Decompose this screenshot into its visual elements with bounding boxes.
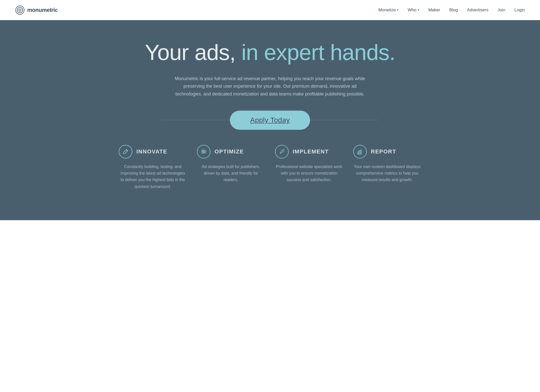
nav-item-monetize[interactable]: Monetize ▾ — [378, 8, 399, 13]
feature-implement: IMPLEMENT Professional website specialis… — [275, 145, 343, 190]
main-nav: Monetize ▾ Who ▾ Maker Blog Advertisers … — [378, 8, 525, 13]
feature-optimize-title: OPTIMIZE — [215, 148, 244, 155]
site-header: monumetric Monetize ▾ Who ▾ Maker Blog A… — [0, 0, 540, 20]
feature-innovate: INNOVATE Constantly building, testing, a… — [119, 145, 187, 190]
svg-point-3 — [20, 10, 20, 10]
innovate-icon — [119, 145, 132, 158]
svg-rect-12 — [359, 151, 360, 154]
svg-point-8 — [204, 151, 205, 152]
svg-rect-11 — [357, 153, 358, 154]
feature-report: REPORT Your own custom dashboard display… — [353, 145, 421, 190]
hero-section: Your ads, in expert hands. Monumetric is… — [0, 20, 540, 220]
report-icon — [353, 145, 367, 158]
nav-item-who[interactable]: Who ▾ — [408, 8, 419, 13]
feature-report-desc: Your own custom dashboard displays compr… — [353, 164, 421, 183]
nav-item-blog[interactable]: Blog — [449, 8, 458, 13]
who-dropdown-arrow: ▾ — [418, 8, 419, 12]
nav-item-join[interactable]: Join — [497, 8, 505, 13]
feature-optimize: OPTIMIZE Ad strategies built for publish… — [197, 145, 265, 190]
apply-today-button[interactable]: Apply Today — [230, 111, 310, 130]
svg-point-7 — [202, 150, 203, 151]
feature-implement-desc: Professional website specialists work wi… — [275, 164, 343, 183]
hero-subtitle: Monumetric is your full-service ad reven… — [172, 75, 368, 98]
feature-optimize-header: OPTIMIZE — [197, 145, 265, 158]
feature-report-title: REPORT — [371, 148, 396, 155]
monetize-dropdown-arrow: ▾ — [397, 8, 399, 12]
hero-line-left — [162, 120, 230, 120]
logo-text: monumetric — [27, 7, 58, 13]
features-grid: INNOVATE Constantly building, testing, a… — [109, 145, 431, 205]
implement-icon — [275, 145, 289, 158]
svg-point-10 — [280, 152, 281, 153]
logo-icon — [15, 5, 25, 15]
feature-implement-header: IMPLEMENT — [275, 145, 343, 158]
feature-innovate-header: INNOVATE — [119, 145, 187, 158]
nav-item-login[interactable]: Login — [514, 8, 525, 13]
feature-innovate-title: INNOVATE — [136, 148, 167, 155]
hero-content: Your ads, in expert hands. Monumetric is… — [0, 20, 540, 220]
hero-title: Your ads, in expert hands. — [145, 40, 395, 65]
nav-item-advertisers[interactable]: Advertisers — [467, 8, 488, 13]
logo[interactable]: monumetric — [15, 5, 58, 15]
hero-cta-wrap: Apply Today — [162, 111, 378, 130]
hero-title-accent: in expert hands. — [241, 40, 395, 65]
feature-implement-title: IMPLEMENT — [293, 148, 329, 155]
bottom-white-area — [0, 220, 540, 240]
hero-line-right — [310, 120, 378, 120]
svg-rect-13 — [361, 150, 362, 154]
feature-report-header: REPORT — [353, 145, 421, 158]
feature-innovate-desc: Constantly building, testing, and improv… — [119, 164, 187, 190]
feature-optimize-desc: Ad strategies built for publishers, driv… — [197, 164, 265, 183]
nav-item-maker[interactable]: Maker — [428, 8, 440, 13]
svg-point-14 — [361, 149, 362, 150]
svg-point-9 — [202, 152, 204, 153]
optimize-icon — [197, 145, 211, 158]
